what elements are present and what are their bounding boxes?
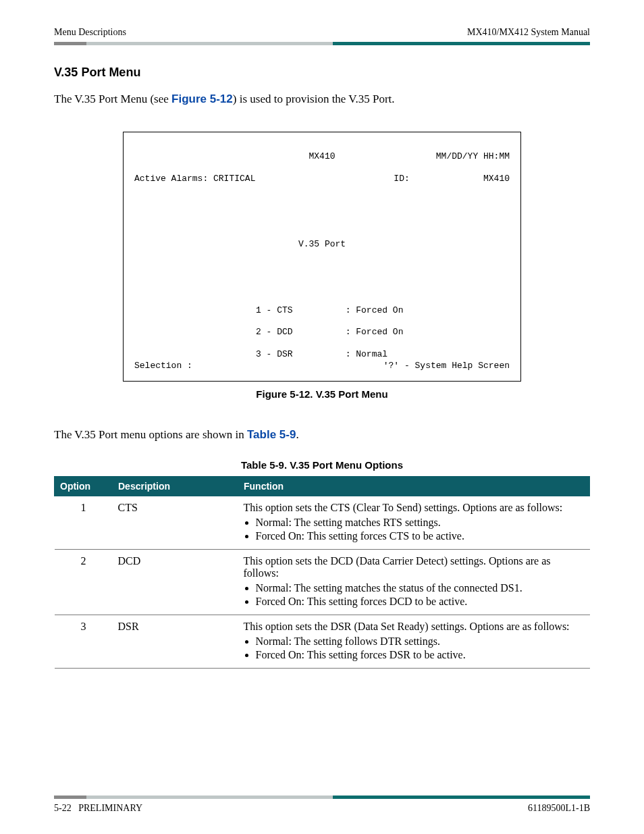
- intro-pre: The V.35 Port Menu (see: [54, 93, 171, 105]
- cell-description: DCD: [113, 549, 238, 615]
- intro-post: ) is used to provision the V.35 Port.: [233, 93, 395, 105]
- th-option: Option: [55, 476, 113, 496]
- intro-paragraph: The V.35 Port Menu (see Figure 5-12) is …: [54, 91, 590, 107]
- terminal-item-2: 2 - DCD : Forced On: [256, 327, 403, 337]
- header-right: MX410/MX412 System Manual: [467, 27, 590, 38]
- between-paragraph: The V.35 Port menu options are shown in …: [54, 427, 590, 443]
- footer-right: 61189500L1-1B: [528, 803, 590, 814]
- cell-description: DSR: [113, 615, 238, 668]
- bullet: Forced On: This setting forces CTS to be…: [256, 530, 585, 542]
- footer-left: 5-22 PRELIMINARY: [54, 803, 142, 814]
- terminal-alarms: Active Alarms: CRITICAL: [134, 174, 255, 184]
- terminal-selection-label: Selection :: [134, 361, 192, 371]
- bullet: Normal: The setting follows DTR settings…: [256, 635, 585, 648]
- terminal-id-value: MX410: [483, 174, 510, 184]
- bullet: Normal: The setting matches the status o…: [256, 582, 585, 594]
- header-rule: [54, 42, 590, 45]
- terminal-top-right: MM/DD/YY HH:MM: [436, 151, 510, 162]
- terminal-title: V.35 Port: [298, 239, 346, 249]
- page-header: Menu Descriptions MX410/MX412 System Man…: [54, 27, 590, 38]
- page-footer: 5-22 PRELIMINARY 61189500L1-1B: [54, 796, 590, 814]
- cell-function: This option sets the DSR (Data Set Ready…: [238, 615, 590, 668]
- terminal-item-3: 3 - DSR : Normal: [256, 349, 387, 359]
- terminal-id-label: ID:: [394, 174, 409, 184]
- between-pre: The V.35 Port menu options are shown in: [54, 428, 247, 441]
- options-table: Option Description Function 1 CTS This o…: [54, 476, 590, 669]
- header-left: Menu Descriptions: [54, 27, 126, 38]
- between-post: .: [296, 428, 298, 441]
- cell-description: CTS: [113, 496, 238, 549]
- table-caption: Table 5-9. V.35 Port Menu Options: [54, 459, 590, 471]
- cell-function: This option sets the CTS (Clear To Send)…: [238, 496, 590, 549]
- cell-option: 1: [55, 496, 113, 549]
- table-row: 2 DCD This option sets the DCD (Data Car…: [55, 549, 590, 615]
- terminal-screen: MX410MM/DD/YY HH:MM Active Alarms: CRITI…: [123, 132, 521, 382]
- bullet: Forced On: This setting forces DCD to be…: [256, 596, 585, 608]
- terminal-item-1: 1 - CTS : Forced On: [256, 305, 403, 315]
- bullet: Forced On: This setting forces DSR to be…: [256, 649, 585, 661]
- footer-rule: [54, 796, 590, 799]
- figure-link[interactable]: Figure 5-12: [171, 93, 233, 105]
- terminal-help-hint: '?' - System Help Screen: [383, 361, 510, 371]
- cell-option: 3: [55, 615, 113, 668]
- th-description: Description: [113, 476, 238, 496]
- bullet: Normal: The setting matches RTS settings…: [256, 517, 585, 529]
- cell-option: 2: [55, 549, 113, 615]
- table-row: 1 CTS This option sets the CTS (Clear To…: [55, 496, 590, 549]
- table-link[interactable]: Table 5-9: [247, 428, 296, 441]
- th-function: Function: [238, 476, 590, 496]
- section-heading: V.35 Port Menu: [54, 66, 590, 80]
- cell-function: This option sets the DCD (Data Carrier D…: [238, 549, 590, 615]
- table-row: 3 DSR This option sets the DSR (Data Set…: [55, 615, 590, 668]
- terminal-top-center: MX410: [308, 151, 335, 162]
